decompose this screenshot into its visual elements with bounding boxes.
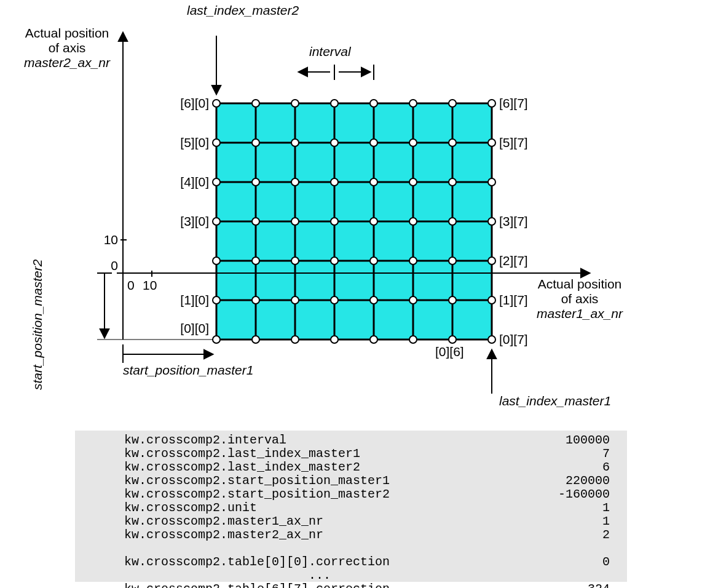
code-key: kw.crosscomp2.start_position_master2 — [75, 487, 475, 501]
idx-left-4: [4][0] — [170, 175, 209, 189]
svg-point-68 — [370, 336, 377, 343]
y-axis-title-l2: of axis — [49, 41, 86, 55]
svg-point-27 — [331, 139, 338, 146]
code-key: kw.crosscomp2.interval — [75, 433, 475, 447]
code-row: kw.crosscomp2.table[6][7].correction324 — [75, 582, 627, 588]
svg-point-65 — [252, 336, 259, 343]
idx-right-3: [3][7] — [499, 214, 528, 229]
x-axis-title-l1: Actual position — [538, 277, 622, 291]
svg-point-49 — [252, 257, 259, 264]
code-row: kw.crosscomp2.last_index_master26 — [75, 460, 627, 474]
idx-left-0: [0][0] — [170, 321, 209, 336]
code-val: 220000 — [475, 474, 610, 487]
x-axis-title-l3: master1_ax_nr — [537, 306, 623, 320]
svg-point-34 — [291, 178, 299, 186]
svg-point-54 — [449, 257, 456, 264]
svg-point-24 — [213, 139, 220, 146]
svg-point-16 — [213, 100, 220, 107]
code-val: -160000 — [475, 487, 610, 501]
svg-point-64 — [213, 336, 220, 343]
svg-point-21 — [409, 100, 417, 107]
code-val: 1 — [475, 501, 610, 514]
code-val: 0 — [475, 555, 610, 568]
x-axis-title-l2: of axis — [561, 292, 599, 306]
code-row: kw.crosscomp2.start_position_master2-160… — [75, 487, 627, 501]
diagram-stage: last_index_master2 interval Actual posit… — [0, 0, 702, 588]
svg-point-42 — [291, 218, 299, 225]
svg-point-20 — [370, 100, 377, 107]
svg-point-52 — [370, 257, 377, 264]
code-val: 324 — [475, 582, 610, 588]
code-row: kw.crosscomp2.interval100000 — [75, 433, 627, 447]
idx-left-6: [6][0] — [170, 96, 209, 111]
idx-right-1: [1][7] — [499, 293, 528, 308]
svg-point-17 — [252, 100, 259, 107]
svg-point-47 — [488, 218, 495, 225]
code-row: kw.crosscomp2.last_index_master17 — [75, 447, 627, 460]
code-key: kw.crosscomp2.master1_ax_nr — [75, 514, 475, 528]
idx-right-0: [0][7] — [499, 332, 528, 347]
y-tick-10: 10 — [93, 232, 118, 247]
svg-point-29 — [409, 139, 417, 146]
svg-point-32 — [213, 178, 220, 186]
x-axis-title: Actual position of axis master1_ax_nr — [527, 277, 632, 321]
svg-point-31 — [488, 139, 495, 146]
svg-point-56 — [213, 296, 220, 304]
svg-point-33 — [252, 178, 259, 186]
idx-bottom-06: [0][6] — [435, 344, 464, 359]
code-row: kw.crosscomp2.master1_ax_nr1 — [75, 514, 627, 528]
code-row: kw.crosscomp2.table[0][0].correction0 — [75, 555, 627, 568]
idx-right-2: [2][7] — [499, 253, 528, 268]
code-row: kw.crosscomp2.start_position_master12200… — [75, 474, 627, 487]
svg-point-59 — [331, 296, 338, 304]
y-axis-title-l3: master2_ax_nr — [24, 55, 110, 70]
svg-point-55 — [488, 257, 495, 264]
idx-left-3: [3][0] — [170, 214, 209, 229]
svg-point-48 — [213, 257, 220, 264]
svg-point-30 — [449, 139, 456, 146]
code-row-spacer — [75, 541, 627, 555]
svg-point-26 — [291, 139, 299, 146]
svg-point-37 — [409, 178, 417, 186]
code-key: kw.crosscomp2.unit — [75, 501, 475, 514]
svg-point-22 — [449, 100, 456, 107]
code-val: 1 — [475, 514, 610, 528]
idx-right-6: [6][7] — [499, 96, 528, 111]
svg-point-71 — [488, 336, 495, 343]
code-ellipsis: ... — [75, 568, 331, 582]
label-start-pos-m1: start_position_master1 — [123, 363, 253, 378]
x-tick-0: 0 — [127, 278, 135, 293]
svg-point-28 — [370, 139, 377, 146]
label-last-index-m2: last_index_master2 — [187, 3, 299, 18]
svg-point-41 — [252, 218, 259, 225]
code-key: kw.crosscomp2.start_position_master1 — [75, 474, 475, 487]
code-row: kw.crosscomp2.unit1 — [75, 501, 627, 514]
svg-point-70 — [449, 336, 456, 343]
svg-point-53 — [409, 257, 417, 264]
svg-point-18 — [291, 100, 299, 107]
svg-point-23 — [488, 100, 495, 107]
svg-point-46 — [449, 218, 456, 225]
label-last-index-m1: last_index_master1 — [499, 394, 611, 408]
code-val: 2 — [475, 528, 610, 541]
y-axis-title-l1: Actual position — [25, 26, 109, 40]
code-key: kw.crosscomp2.master2_ax_nr — [75, 528, 475, 541]
svg-point-38 — [449, 178, 456, 186]
svg-point-19 — [331, 100, 338, 107]
idx-left-5: [5][0] — [170, 135, 209, 150]
idx-left-1: [1][0] — [170, 293, 209, 308]
code-val: 7 — [475, 447, 610, 460]
svg-point-44 — [370, 218, 377, 225]
code-key: kw.crosscomp2.table[0][0].correction — [75, 555, 475, 568]
code-row-ellipsis: ... — [75, 568, 627, 582]
svg-point-67 — [331, 336, 338, 343]
svg-point-63 — [488, 296, 495, 304]
code-key: kw.crosscomp2.last_index_master2 — [75, 460, 475, 474]
code-key: kw.crosscomp2.last_index_master1 — [75, 447, 475, 460]
code-val: 100000 — [475, 433, 610, 447]
svg-point-50 — [291, 257, 299, 264]
svg-point-45 — [409, 218, 417, 225]
svg-point-43 — [331, 218, 338, 225]
svg-point-66 — [291, 336, 299, 343]
svg-point-62 — [449, 296, 456, 304]
